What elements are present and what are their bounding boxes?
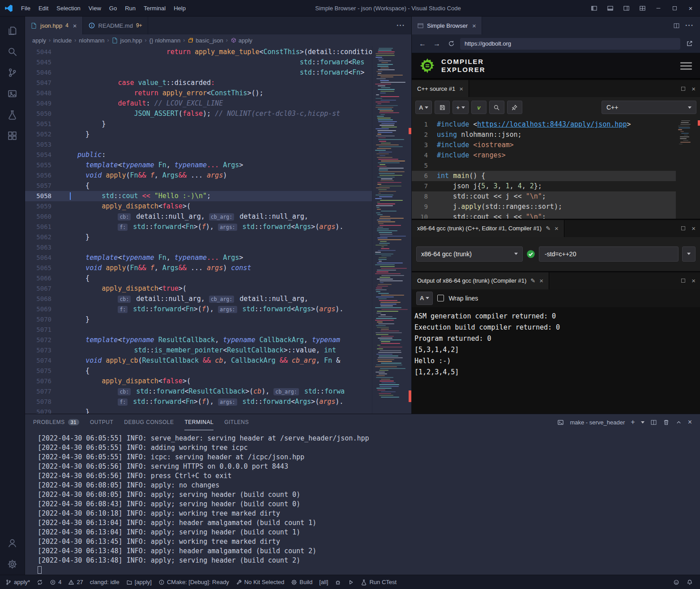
code-line[interactable]: 5054 public:	[25, 150, 372, 160]
editor-tab-json.hpp[interactable]: json.hpp4×	[25, 17, 83, 34]
menu-run[interactable]: Run	[121, 0, 140, 17]
terminal[interactable]: [2022-04-30 06:05:55] INFO: serve_header…	[25, 430, 700, 575]
layout-sidebar-left-icon[interactable]	[586, 1, 602, 15]
code-line[interactable]: 5072 template<typename ResultCallback, t…	[25, 335, 372, 345]
editor-tab-readme.md[interactable]: README.md9+	[83, 17, 148, 34]
code-line[interactable]: 5052 }	[25, 129, 372, 140]
status-4[interactable]: 4	[50, 579, 61, 585]
compiler-explorer-logo-icon[interactable]	[418, 56, 437, 75]
close-pane-icon[interactable]: ×	[691, 277, 696, 284]
code-line[interactable]: 5051 }	[25, 119, 372, 129]
breadcrumb-item-include[interactable]: include	[53, 37, 72, 44]
close-pane-icon[interactable]: ×	[691, 85, 696, 93]
code-editor[interactable]: 5044 return apply_make_tuple<ConstThis>(…	[25, 46, 411, 414]
reload-icon[interactable]	[446, 38, 457, 49]
code-line[interactable]: 5071	[25, 325, 372, 335]
minimize-icon[interactable]	[651, 1, 666, 15]
maximize-panel-icon[interactable]	[675, 419, 682, 426]
layout-panel-icon[interactable]	[602, 1, 618, 15]
code-line[interactable]: 9 j.apply(std::ranges::sort);	[412, 202, 676, 212]
close-window-icon[interactable]: ×	[683, 1, 698, 15]
code-line[interactable]: 6int main() {	[412, 171, 676, 181]
language-select[interactable]: C++	[602, 101, 696, 114]
code-line[interactable]: 5070 }	[25, 314, 372, 325]
code-line[interactable]: 5055 template<typename Fn, typename... A…	[25, 160, 372, 170]
code-line[interactable]: 5063	[25, 242, 372, 253]
code-line[interactable]: 5062 }	[25, 232, 372, 242]
menu-help[interactable]: Help	[170, 0, 190, 17]
code-line[interactable]: 5053	[25, 140, 372, 150]
customize-layout-icon[interactable]	[635, 1, 650, 15]
activity-source-control[interactable]	[2, 62, 23, 83]
status-no-kit-selected[interactable]: No Kit Selected	[236, 579, 285, 585]
status-cmake-debug-ready[interactable]: CMake: [Debug]: Ready	[158, 579, 229, 585]
status-all[interactable]: [all]	[319, 579, 328, 585]
font-size-button[interactable]: A	[415, 101, 432, 114]
code-line[interactable]: 5078 f: std::forward<Fn>(f), args: std::…	[25, 397, 372, 407]
code-line[interactable]: 5045 std::forward<Res	[25, 57, 372, 68]
open-external-icon[interactable]	[684, 38, 695, 49]
code-line[interactable]: 5067 apply_dispatch<true>(	[25, 284, 372, 294]
kill-terminal-icon[interactable]	[663, 419, 670, 426]
url-input[interactable]: https://godbolt.org	[460, 38, 680, 50]
code-line[interactable]: 5046 std::forward<Fn>	[25, 68, 372, 78]
close-icon[interactable]: ×	[472, 22, 476, 30]
panel-tab-gitlens[interactable]: GITLENS	[224, 414, 249, 430]
status-build[interactable]: Build	[291, 579, 312, 585]
compiler-select[interactable]: x86-64 gcc (trunk)	[416, 246, 523, 262]
font-size-button[interactable]: A	[416, 292, 433, 305]
status-feedback[interactable]	[673, 579, 679, 585]
minimap[interactable]	[372, 46, 411, 414]
breadcrumb-item-basic_json[interactable]: basic_json	[188, 37, 223, 44]
menu-terminal[interactable]: Terminal	[140, 0, 170, 17]
code-line[interactable]: 5075 {	[25, 366, 372, 376]
status-bell[interactable]	[687, 579, 693, 585]
terminal-dropdown-icon[interactable]	[641, 421, 645, 424]
menu-edit[interactable]: Edit	[34, 0, 52, 17]
panel-tab-output[interactable]: OUTPUT	[90, 414, 113, 430]
code-line[interactable]: 5069 f: std::forward<Fn>(f), args: std::…	[25, 304, 372, 314]
search-button[interactable]	[489, 101, 504, 114]
close-pane-icon[interactable]: ×	[691, 225, 696, 232]
breadcrumb-item-json.hpp[interactable]: json.hpp	[111, 37, 142, 44]
code-line[interactable]: 5050 JSON_ASSERT(false); // NOLINT(cert-…	[25, 109, 372, 119]
code-line[interactable]: 10 std::cout << j << "\n";	[412, 212, 676, 219]
panel-tab-terminal[interactable]: TERMINAL	[184, 414, 213, 430]
code-line[interactable]: 5061 f: std::forward<Fn>(f), args: std::…	[25, 222, 372, 232]
maximize-icon[interactable]	[667, 1, 682, 15]
back-icon[interactable]: ←	[417, 38, 428, 49]
status-bug[interactable]	[335, 579, 341, 585]
code-line[interactable]: 5	[412, 161, 676, 171]
code-line[interactable]: 5066 {	[25, 273, 372, 284]
activity-live-preview[interactable]	[2, 83, 23, 104]
code-line[interactable]: 5048 return apply_error<ConstThis>();	[25, 88, 372, 98]
ce-code-area[interactable]: 1#include <https://localhost:8443/apply/…	[412, 118, 676, 219]
close-icon[interactable]: ×	[459, 85, 463, 93]
code-line[interactable]: 5056 void apply(Fn&& f, Args&& ... args)	[25, 170, 372, 181]
ce-source-editor[interactable]: 1#include <https://localhost:8443/apply/…	[412, 118, 700, 219]
breadcrumb-item-nlohmann[interactable]: {}nlohmann	[149, 37, 181, 44]
tab-simple-browser[interactable]: Simple Browser ×	[412, 17, 482, 34]
status-play[interactable]	[348, 579, 354, 585]
split-terminal-icon[interactable]	[650, 419, 657, 426]
code-line[interactable]: 3#include <iostream>	[412, 140, 676, 150]
vim-toggle-button[interactable]: v	[471, 101, 487, 114]
code-line[interactable]: 8 std::cout << j << "\n";	[412, 191, 676, 202]
code-line[interactable]: 5044 return apply_make_tuple<ConstThis>(…	[25, 47, 372, 57]
menu-view[interactable]: View	[85, 0, 105, 17]
new-terminal-icon[interactable]: +	[631, 418, 635, 426]
code-line[interactable]: 5059 apply_dispatch<false>(	[25, 201, 372, 212]
breadcrumb-item-nlohmann[interactable]: nlohmann	[79, 37, 104, 44]
breadcrumb-item-apply[interactable]: apply	[32, 37, 46, 44]
more-actions-icon[interactable]: ···	[685, 21, 694, 30]
activity-testing[interactable]	[2, 104, 23, 125]
more-actions-icon[interactable]: ···	[397, 21, 405, 30]
code-line[interactable]: 2using nlohmann::json;	[412, 130, 676, 140]
panel-tab-debug-console[interactable]: DEBUG CONSOLE	[124, 414, 174, 430]
wrap-lines-checkbox[interactable]	[437, 295, 444, 301]
code-line[interactable]: 5068 cb: detail::null_arg, cb_arg: detai…	[25, 294, 372, 304]
close-icon[interactable]: ×	[555, 225, 559, 232]
layout-sidebar-right-icon[interactable]	[619, 1, 634, 15]
code-line[interactable]: 5047 case value_t::discarded:	[25, 78, 372, 88]
code-line[interactable]: 7 json j{5, 3, 1, 4, 2};	[412, 181, 676, 191]
